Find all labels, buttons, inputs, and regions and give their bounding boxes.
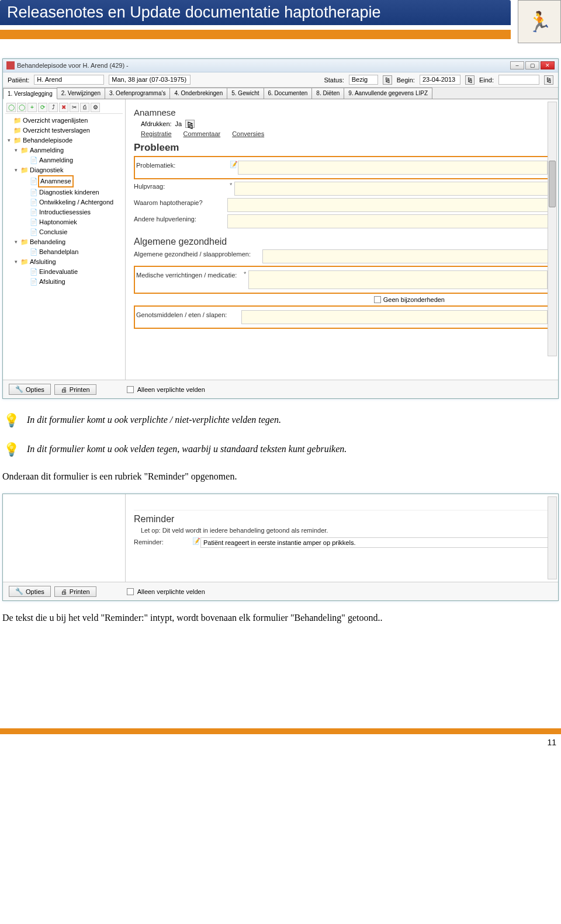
tab-dieten[interactable]: 8. Diëten <box>311 88 344 99</box>
reminder-input[interactable]: Patiënt reageert in eerste instantie amp… <box>200 537 550 548</box>
problematiek-input[interactable] <box>238 161 548 175</box>
alggez-input[interactable] <box>262 249 550 263</box>
opties-button-2[interactable]: 🔧Opties <box>9 586 51 597</box>
tree-item[interactable]: 📁Overzicht vragenlijsten <box>5 116 123 126</box>
printen-button-2[interactable]: 🖨Printen <box>54 586 96 597</box>
section-anamnese: Anamnese <box>134 107 550 117</box>
waarom-input[interactable] <box>227 198 550 212</box>
tree-label: Eindevaluatie <box>38 267 79 277</box>
tree-label: Afsluiting <box>29 257 57 267</box>
para-2: De tekst die u bij het veld "Reminder:" … <box>2 613 559 623</box>
tree-item[interactable]: ▾📁Diagnostiek <box>5 165 123 175</box>
tree-item[interactable]: ▾📁Aanmelding <box>5 145 123 155</box>
tree-label: Diagnostiek <box>29 165 64 175</box>
subtab-conversies[interactable]: Conversies <box>232 130 264 137</box>
tab-aanvullende[interactable]: 9. Aanvullende gegevens LIPZ <box>344 88 432 99</box>
document-icon: 📄 <box>30 197 38 207</box>
toolbar-icon-5[interactable]: ⤴ <box>49 103 58 112</box>
scroll-thumb[interactable] <box>549 161 556 207</box>
alggez-label: Algemene gezondheid / slaapproblemen: <box>134 249 262 258</box>
tree-item[interactable]: 📄Conclusie <box>5 227 123 237</box>
minimize-button[interactable]: – <box>510 61 524 70</box>
tree-item[interactable]: 📄Haptonomiek <box>5 217 123 227</box>
app-icon <box>6 61 15 70</box>
geen-bijz-label: Geen bijzonderheden <box>383 296 445 303</box>
sidebar-toolbar: ◯ ◯ + ⟳ ⤴ ✖ ✂ ⎙ ⚙ <box>5 102 123 114</box>
section-algemene: Algemene gezondheid <box>134 237 550 247</box>
tree-item[interactable]: ▾📁Afsluiting <box>5 257 123 267</box>
opties-button[interactable]: 🔧Opties <box>9 384 51 395</box>
tab-onderbrekingen[interactable]: 4. Onderbrekingen <box>169 88 227 99</box>
tree-label: Diagnostiek kinderen <box>38 187 101 197</box>
begin-date-field[interactable]: 23-04-2013 <box>420 75 460 85</box>
folder-icon: 📁 <box>13 116 22 126</box>
scrollbar[interactable] <box>548 102 557 356</box>
alleen-checkbox-2[interactable] <box>127 588 134 595</box>
toolbar-print-icon[interactable]: ⎙ <box>80 103 89 112</box>
status-dropdown-button[interactable]: ⧎ <box>383 75 392 85</box>
end-label: Eind: <box>479 77 494 84</box>
tree-item[interactable]: ▾📁Behandeling <box>5 237 123 247</box>
tree-item[interactable]: 📁Overzicht testverslagen <box>5 126 123 136</box>
patient-label: Patiënt: <box>8 77 29 84</box>
end-date-field[interactable] <box>498 75 539 85</box>
tree-label: Overzicht testverslagen <box>22 126 91 136</box>
tree-item[interactable]: 📄Anamnese <box>5 175 123 187</box>
tree-label: Behandelepisode <box>22 136 74 145</box>
s2-content: Reminder Let op: Dit veld wordt in ieder… <box>126 494 558 582</box>
tab-documenten[interactable]: 6. Documenten <box>264 88 313 99</box>
hulpvraag-input[interactable] <box>234 182 550 196</box>
status-field[interactable]: Bezig <box>349 75 378 85</box>
hulpvraag-label: Hulpvraag: <box>134 182 227 190</box>
tree-item[interactable]: 📄Ontwikkeling / Achtergond <box>5 197 123 207</box>
tab-verwijzingen[interactable]: 2. Verwijzingen <box>57 88 105 99</box>
bottom-bar: 🔧Opties 🖨Printen Alleen verplichte velde… <box>3 380 558 398</box>
geen-bijz-checkbox[interactable] <box>374 296 381 303</box>
document-icon: 📄 <box>30 227 38 237</box>
tree-item[interactable]: 📄Introductiesessies <box>5 207 123 217</box>
doc-header: Releasenotes en Update documentatie hapt… <box>0 0 561 43</box>
tab-gewicht[interactable]: 5. Gewicht <box>227 88 264 99</box>
tree-item[interactable]: 📄Aanmelding <box>5 155 123 165</box>
afdruk-button[interactable]: ⧎ <box>185 120 195 128</box>
end-date-button[interactable]: ⧎ <box>544 75 553 85</box>
tab-verslaglegging[interactable]: 1. Verslaglegging <box>3 88 57 99</box>
begin-date-button[interactable]: ⧎ <box>465 75 475 85</box>
toolbar-icon-1[interactable]: ◯ <box>6 103 16 112</box>
toolbar-icon-2[interactable]: ◯ <box>17 103 26 112</box>
text-template-icon[interactable]: 📝 <box>230 161 238 169</box>
tree-item[interactable]: 📄Behandelplan <box>5 247 123 257</box>
alleen-checkbox[interactable] <box>127 386 134 393</box>
section-reminder: Reminder <box>134 514 550 524</box>
toolbar-delete-icon[interactable]: ✖ <box>59 103 68 112</box>
tree-item[interactable]: 📄Afsluiting <box>5 277 123 287</box>
doc-title: Releasenotes en Update documentatie hapt… <box>0 0 511 25</box>
scrollbar-2[interactable] <box>548 496 557 579</box>
alleen-label-2: Alleen verplichte velden <box>137 588 205 595</box>
maximize-button[interactable]: ▢ <box>525 61 539 70</box>
close-button[interactable]: ✕ <box>541 61 555 70</box>
toolbar-add-icon[interactable]: + <box>27 103 37 112</box>
patient-name-field[interactable]: H. Arend <box>34 75 104 85</box>
tree-item[interactable]: ▾📁Behandelepisode <box>5 136 123 145</box>
toolbar-settings-icon[interactable]: ⚙ <box>91 103 100 112</box>
andere-input[interactable] <box>227 214 550 228</box>
window-buttons: – ▢ ✕ <box>510 61 555 70</box>
tab-oefenprogrammas[interactable]: 3. Oefenprogramma's <box>105 88 170 99</box>
folder-icon: 📁 <box>13 136 22 145</box>
toolbar-cut-icon[interactable]: ✂ <box>70 103 79 112</box>
afdruk-label: Afdrukken: <box>141 120 172 127</box>
afdruk-row: Afdrukken: Ja ⧎ <box>141 120 550 128</box>
subtab-registratie[interactable]: Registratie <box>141 130 172 137</box>
toolbar-refresh-icon[interactable]: ⟳ <box>38 103 47 112</box>
tree-item[interactable]: 📄Eindevaluatie <box>5 267 123 277</box>
nav-tree: 📁Overzicht vragenlijsten📁Overzicht testv… <box>5 116 123 287</box>
printen-button[interactable]: 🖨Printen <box>54 384 96 395</box>
medische-input[interactable] <box>248 270 548 289</box>
reminder-template-icon[interactable]: 📝 <box>192 537 200 546</box>
subtab-commentaar[interactable]: Commentaar <box>183 130 221 137</box>
genot-input[interactable] <box>241 310 548 324</box>
tree-item[interactable]: 📄Diagnostiek kinderen <box>5 187 123 197</box>
tree-label: Afsluiting <box>38 277 67 287</box>
folder-icon: 📁 <box>20 165 29 175</box>
